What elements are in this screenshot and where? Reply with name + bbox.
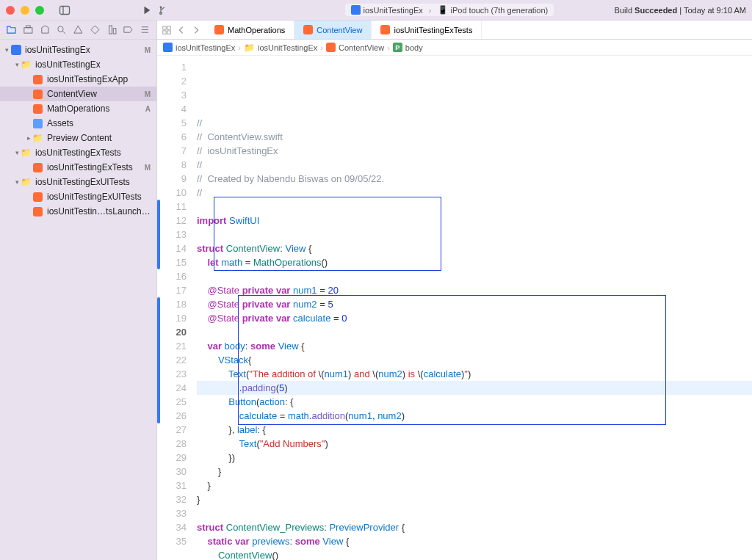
code-line[interactable] [197,269,752,283]
test-navigator-icon[interactable] [90,24,101,35]
tree-label: iosUnitTestingExTests [47,162,145,172]
code-line[interactable]: @State private var num2 = 5 [197,297,752,311]
svg-rect-15 [167,26,170,29]
code-line[interactable]: // [197,186,752,200]
code-line[interactable]: static var previews: some View { [197,534,752,548]
code-line[interactable]: Text("The addition of \(num1) and \(num2… [197,367,752,381]
issue-navigator-icon[interactable] [73,24,84,35]
code-line[interactable]: @State private var calculate = 0 [197,311,752,325]
code-line[interactable]: } [197,479,752,492]
code-line[interactable]: VStack{ [197,353,752,367]
tree-label: Assets [47,118,151,128]
scm-badge: M [145,46,151,54]
device-icon: 📱 [438,5,448,15]
code-line[interactable]: // ContentView.swift [197,130,752,144]
tree-label: MathOperations [47,103,145,114]
disclosure-icon[interactable]: ▾ [13,149,21,156]
code-line[interactable]: Text("Add Numbers") [197,437,752,451]
code-line[interactable] [197,200,752,214]
code-line[interactable]: }) [197,451,752,465]
swift-icon [33,75,43,84]
tree-row[interactable]: iosUnitTestingExApp [0,72,156,87]
sidebar-toggle-icon[interactable] [57,3,72,18]
run-destination[interactable]: iosUnitTestingEx › 📱 iPod touch (7th gen… [345,4,554,16]
related-items-icon[interactable] [162,25,172,35]
code-editor[interactable]: //// ContentView.swift// iosUnitTestingE… [194,56,752,560]
tree-row[interactable]: ▾📁iosUnitTestingExUITests [0,175,156,189]
tree-row[interactable]: iosUnitTestin…tsLaunchTests [0,204,156,219]
tree-row[interactable]: Assets [0,116,156,131]
scm-badge: M [145,164,151,172]
tree-label: iosUnitTestingExUITests [35,177,151,187]
breadcrumb-item[interactable]: body [405,43,423,52]
swift-icon [214,25,224,34]
editor-tab[interactable]: MathOperations [206,21,294,39]
disclosure-icon[interactable]: ▸ [25,134,32,142]
navigator-selector [0,21,157,39]
disclosure-icon[interactable]: ▾ [13,61,21,68]
tree-label: ContentView [47,89,145,99]
code-line[interactable]: struct ContentView_Previews: PreviewProv… [197,520,752,534]
swift-icon [326,43,336,52]
tree-row[interactable]: ▸📁Preview Content [0,131,156,145]
disclosure-icon[interactable]: ▾ [3,46,10,54]
code-line[interactable]: @State private var num1 = 20 [197,283,752,297]
find-navigator-icon[interactable] [56,24,67,35]
jump-bar[interactable]: iosUnitTestingEx › 📁 iosUnitTestingEx › … [157,40,752,56]
minimize-window-icon[interactable] [21,6,29,15]
svg-rect-0 [60,6,70,14]
swift-icon [303,25,313,34]
code-line[interactable]: // Created by Nabendu Biswas on 09/05/22… [197,172,752,186]
breakpoint-navigator-icon[interactable] [123,24,134,35]
code-line[interactable] [197,228,752,241]
code-line[interactable]: ContentView() [197,548,752,560]
code-line[interactable]: let math = MathOperations() [197,255,752,269]
symbol-navigator-icon[interactable] [40,24,51,35]
code-line[interactable]: } [197,492,752,506]
code-line[interactable]: calculate = math.addition(num1, num2) [197,409,752,423]
tree-row[interactable]: ▾📁iosUnitTestingExTests [0,145,156,160]
editor-history [157,21,206,39]
tree-row[interactable]: ▾📁iosUnitTestingEx [0,57,156,72]
code-line[interactable] [197,325,752,339]
code-line[interactable] [197,506,752,520]
code-line[interactable]: // [197,158,752,172]
run-button[interactable] [140,3,154,18]
code-line[interactable]: }, label: { [197,423,752,437]
zoom-window-icon[interactable] [35,6,44,15]
tree-row[interactable]: ▾iosUnitTestingExM [0,43,156,57]
tab-label: ContentView [317,26,362,34]
code-line[interactable]: struct ContentView: View { [197,241,752,255]
build-status: Build Succeeded | Today at 9:10 AM [615,6,746,15]
breadcrumb-item[interactable]: iosUnitTestingEx [176,43,235,52]
editor: iosUnitTestingEx › 📁 iosUnitTestingEx › … [157,40,752,560]
back-icon[interactable] [176,25,187,35]
report-navigator-icon[interactable] [140,24,151,35]
editor-tab[interactable]: iosUnitTestingExTests [372,21,482,39]
close-window-icon[interactable] [6,6,15,15]
disclosure-icon[interactable]: ▾ [13,178,21,186]
code-line[interactable]: import SwiftUI [197,214,752,228]
folder-icon: 📁 [244,43,255,53]
tree-row[interactable]: ContentViewM [0,87,156,101]
code-line[interactable]: // [197,116,752,130]
forward-icon[interactable] [191,25,201,35]
tree-label: iosUnitTestingExUITests [47,192,151,202]
editor-tab[interactable]: ContentView [294,21,372,39]
scm-badge: M [145,90,151,98]
debug-navigator-icon[interactable] [106,24,118,35]
project-navigator-icon[interactable] [6,24,17,35]
breadcrumb-item[interactable]: ContentView [339,43,384,52]
breadcrumb-item[interactable]: iosUnitTestingEx [258,43,317,52]
code-line[interactable]: var body: some View { [197,339,752,353]
code-line[interactable]: } [197,465,752,479]
tree-row[interactable]: MathOperationsA [0,101,156,116]
code-line[interactable]: Button(action: { [197,395,752,409]
tree-row[interactable]: iosUnitTestingExUITests [0,189,156,204]
tree-row[interactable]: iosUnitTestingExTestsM [0,160,156,175]
svg-rect-5 [24,28,32,33]
code-line[interactable]: // iosUnitTestingEx [197,144,752,158]
line-gutter[interactable]: 1234567891011121314151617181920212223242… [157,56,194,560]
code-line[interactable]: .padding(5) [197,381,752,395]
source-control-navigator-icon[interactable] [23,24,34,35]
